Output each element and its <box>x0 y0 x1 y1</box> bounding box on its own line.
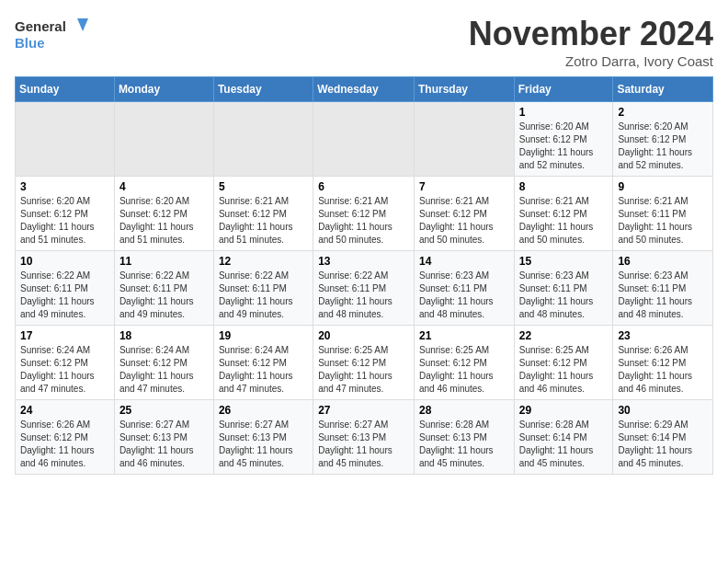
calendar-cell: 13Sunrise: 6:22 AM Sunset: 6:11 PM Dayli… <box>313 251 415 326</box>
day-info: Sunrise: 6:20 AM Sunset: 6:12 PM Dayligh… <box>618 121 708 172</box>
calendar-cell: 8Sunrise: 6:21 AM Sunset: 6:12 PM Daylig… <box>514 177 613 251</box>
day-number: 9 <box>618 180 708 193</box>
calendar-cell: 17Sunrise: 6:24 AM Sunset: 6:12 PM Dayli… <box>16 326 115 400</box>
day-number: 15 <box>519 255 609 268</box>
day-info: Sunrise: 6:27 AM Sunset: 6:13 PM Dayligh… <box>119 419 209 470</box>
calendar-cell: 1Sunrise: 6:20 AM Sunset: 6:12 PM Daylig… <box>514 102 613 177</box>
day-number: 28 <box>419 404 509 417</box>
day-number: 12 <box>219 255 308 268</box>
day-info: Sunrise: 6:21 AM Sunset: 6:12 PM Dayligh… <box>219 195 308 247</box>
calendar-cell: 10Sunrise: 6:22 AM Sunset: 6:11 PM Dayli… <box>16 251 115 326</box>
month-title: November 2024 <box>469 15 713 53</box>
svg-text:General: General <box>15 18 66 34</box>
day-number: 17 <box>20 329 109 342</box>
calendar-cell: 23Sunrise: 6:26 AM Sunset: 6:12 PM Dayli… <box>613 326 713 400</box>
day-info: Sunrise: 6:28 AM Sunset: 6:13 PM Dayligh… <box>419 419 509 470</box>
day-info: Sunrise: 6:23 AM Sunset: 6:11 PM Dayligh… <box>419 270 509 321</box>
weekday-header: Tuesday <box>213 77 313 102</box>
calendar-cell: 11Sunrise: 6:22 AM Sunset: 6:11 PM Dayli… <box>114 251 213 326</box>
day-info: Sunrise: 6:26 AM Sunset: 6:12 PM Dayligh… <box>618 344 708 396</box>
calendar-cell: 4Sunrise: 6:20 AM Sunset: 6:12 PM Daylig… <box>114 177 213 251</box>
calendar-cell: 15Sunrise: 6:23 AM Sunset: 6:11 PM Dayli… <box>514 251 613 326</box>
calendar-cell: 6Sunrise: 6:21 AM Sunset: 6:12 PM Daylig… <box>313 177 415 251</box>
calendar-cell: 20Sunrise: 6:25 AM Sunset: 6:12 PM Dayli… <box>313 326 415 400</box>
day-number: 24 <box>20 404 109 417</box>
day-number: 22 <box>519 329 609 342</box>
calendar-cell <box>16 102 115 177</box>
day-number: 5 <box>219 180 308 193</box>
calendar-cell: 24Sunrise: 6:26 AM Sunset: 6:12 PM Dayli… <box>16 400 115 475</box>
day-number: 10 <box>20 255 109 268</box>
location-subtitle: Zotro Darra, Ivory Coast <box>469 53 713 69</box>
day-info: Sunrise: 6:21 AM Sunset: 6:12 PM Dayligh… <box>519 195 609 247</box>
day-info: Sunrise: 6:25 AM Sunset: 6:12 PM Dayligh… <box>419 344 509 396</box>
calendar-cell: 19Sunrise: 6:24 AM Sunset: 6:12 PM Dayli… <box>213 326 313 400</box>
day-number: 20 <box>318 329 409 342</box>
calendar-cell: 29Sunrise: 6:28 AM Sunset: 6:14 PM Dayli… <box>514 400 613 475</box>
day-info: Sunrise: 6:20 AM Sunset: 6:12 PM Dayligh… <box>519 121 609 172</box>
day-number: 2 <box>618 106 708 119</box>
svg-marker-2 <box>77 18 88 31</box>
svg-text:Blue: Blue <box>15 35 45 51</box>
day-number: 27 <box>318 404 409 417</box>
day-info: Sunrise: 6:21 AM Sunset: 6:11 PM Dayligh… <box>618 195 708 247</box>
day-info: Sunrise: 6:24 AM Sunset: 6:12 PM Dayligh… <box>219 344 308 396</box>
day-info: Sunrise: 6:22 AM Sunset: 6:11 PM Dayligh… <box>20 270 109 321</box>
day-number: 18 <box>119 329 209 342</box>
calendar-cell: 27Sunrise: 6:27 AM Sunset: 6:13 PM Dayli… <box>313 400 415 475</box>
day-number: 6 <box>318 180 409 193</box>
page-header: General Blue November 2024 Zotro Darra, … <box>15 15 713 69</box>
day-info: Sunrise: 6:28 AM Sunset: 6:14 PM Dayligh… <box>519 419 609 470</box>
weekday-header: Thursday <box>414 77 514 102</box>
day-info: Sunrise: 6:25 AM Sunset: 6:12 PM Dayligh… <box>519 344 609 396</box>
weekday-header: Wednesday <box>313 77 415 102</box>
day-info: Sunrise: 6:21 AM Sunset: 6:12 PM Dayligh… <box>419 195 509 247</box>
day-info: Sunrise: 6:23 AM Sunset: 6:11 PM Dayligh… <box>519 270 609 321</box>
day-number: 3 <box>20 180 109 193</box>
day-info: Sunrise: 6:24 AM Sunset: 6:12 PM Dayligh… <box>119 344 209 396</box>
day-number: 19 <box>219 329 308 342</box>
day-number: 7 <box>419 180 509 193</box>
day-number: 23 <box>618 329 708 342</box>
day-number: 29 <box>519 404 609 417</box>
calendar-cell: 12Sunrise: 6:22 AM Sunset: 6:11 PM Dayli… <box>213 251 313 326</box>
day-info: Sunrise: 6:26 AM Sunset: 6:12 PM Dayligh… <box>20 419 109 470</box>
weekday-header: Friday <box>514 77 613 102</box>
calendar-cell: 14Sunrise: 6:23 AM Sunset: 6:11 PM Dayli… <box>414 251 514 326</box>
calendar-cell: 22Sunrise: 6:25 AM Sunset: 6:12 PM Dayli… <box>514 326 613 400</box>
day-number: 8 <box>519 180 609 193</box>
day-number: 4 <box>119 180 209 193</box>
day-info: Sunrise: 6:22 AM Sunset: 6:11 PM Dayligh… <box>219 270 308 321</box>
day-number: 26 <box>219 404 308 417</box>
day-info: Sunrise: 6:27 AM Sunset: 6:13 PM Dayligh… <box>318 419 409 470</box>
day-info: Sunrise: 6:27 AM Sunset: 6:13 PM Dayligh… <box>219 419 308 470</box>
calendar-cell: 30Sunrise: 6:29 AM Sunset: 6:14 PM Dayli… <box>613 400 713 475</box>
calendar-cell: 5Sunrise: 6:21 AM Sunset: 6:12 PM Daylig… <box>213 177 313 251</box>
calendar-cell: 9Sunrise: 6:21 AM Sunset: 6:11 PM Daylig… <box>613 177 713 251</box>
day-number: 21 <box>419 329 509 342</box>
day-info: Sunrise: 6:20 AM Sunset: 6:12 PM Dayligh… <box>119 195 209 247</box>
day-info: Sunrise: 6:21 AM Sunset: 6:12 PM Dayligh… <box>318 195 409 247</box>
day-number: 30 <box>618 404 708 417</box>
title-block: November 2024 Zotro Darra, Ivory Coast <box>469 15 713 69</box>
logo: General Blue <box>15 15 88 56</box>
calendar-cell: 28Sunrise: 6:28 AM Sunset: 6:13 PM Dayli… <box>414 400 514 475</box>
calendar-cell: 7Sunrise: 6:21 AM Sunset: 6:12 PM Daylig… <box>414 177 514 251</box>
calendar-cell: 3Sunrise: 6:20 AM Sunset: 6:12 PM Daylig… <box>16 177 115 251</box>
day-info: Sunrise: 6:22 AM Sunset: 6:11 PM Dayligh… <box>318 270 409 321</box>
calendar-cell: 26Sunrise: 6:27 AM Sunset: 6:13 PM Dayli… <box>213 400 313 475</box>
calendar-cell: 18Sunrise: 6:24 AM Sunset: 6:12 PM Dayli… <box>114 326 213 400</box>
day-number: 25 <box>119 404 209 417</box>
day-info: Sunrise: 6:20 AM Sunset: 6:12 PM Dayligh… <box>20 195 109 247</box>
weekday-header: Monday <box>114 77 213 102</box>
day-info: Sunrise: 6:22 AM Sunset: 6:11 PM Dayligh… <box>119 270 209 321</box>
calendar-cell <box>213 102 313 177</box>
day-number: 11 <box>119 255 209 268</box>
calendar-cell <box>414 102 514 177</box>
weekday-header: Saturday <box>613 77 713 102</box>
logo-svg: General Blue <box>15 15 88 56</box>
day-number: 14 <box>419 255 509 268</box>
calendar-cell <box>114 102 213 177</box>
day-number: 1 <box>519 106 609 119</box>
day-number: 13 <box>318 255 409 268</box>
